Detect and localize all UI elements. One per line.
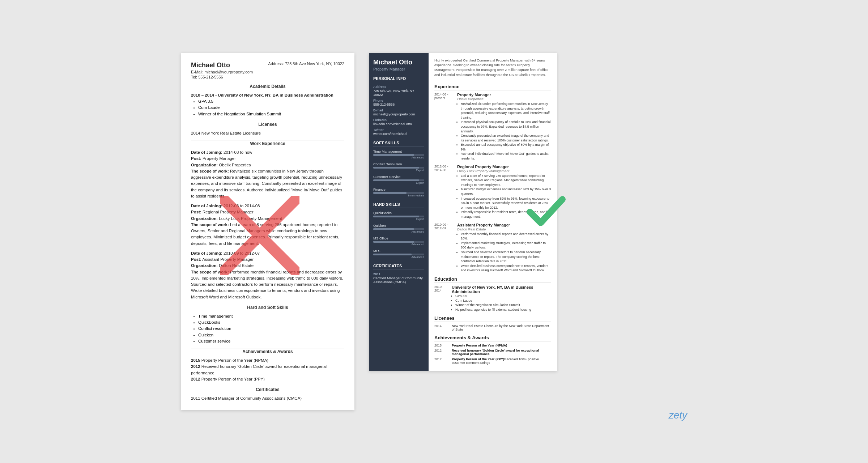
main-content: Highly extroverted Certified Commercial … [429,53,557,371]
work-post-3: Post: Assistant Property Manager [191,256,344,263]
skill-5: Customer service [198,338,344,344]
certificate-entry: 2011 Certified Manager of Community Asso… [191,395,344,402]
main-container: Address: 725 5th Ave New York, NY, 10022… [181,53,687,411]
left-tel: Tel: 555-212-5556 [191,75,344,79]
work-org-2: Organization: Lucky Luck Property Manage… [191,216,344,222]
hard-skill-2: Quicken Advanced [373,224,424,233]
edu-date-1: 2010 -2014 [434,285,449,312]
skill-3: Conflict resolution [198,326,344,332]
cert-year-r: 2011 [373,272,424,276]
achievements-section-title: Achievements & Awards [191,348,344,355]
hard-skill-4: MLS Advanced [373,249,424,259]
twitter-label-r: Twitter [373,128,424,132]
email-label-l: E-Mail: [191,70,203,74]
left-address: Address: 725 5th Ave New York, NY, 10022 [268,61,344,66]
personal-info-section: Personal Info [373,76,424,82]
right-name: Michael Otto [373,59,424,67]
work-scope-3: The scope of work: Performed monthly fin… [191,269,344,300]
achievement-3: 2012 Property Person of the Year (PPY) [191,376,344,382]
work-section-title: Work Experience [191,140,344,147]
award-2: 2012 Received honorary 'Golden Circle' a… [434,349,551,356]
experience-section-title: Experience [434,84,551,90]
soft-skill-3: Customer Service Expert [373,175,424,184]
tel-value-l: 555-212-5556 [198,75,223,79]
achievement-2: 2012 Received honorary 'Golden Circle' a… [191,364,344,376]
exp-entry-1: 2014-08 -present Property Manager Obelix… [434,93,551,161]
award-1: 2015 Property Person of the Year (NPMA) [434,344,551,347]
work-post-2: Post: Regional Property Manager [191,209,344,215]
address-label: Address: [268,61,284,66]
license-entry: 2014 New York Real Estate Licensure [191,130,344,136]
academic-cum-laude: Cum Laude [198,105,344,111]
zety-watermark: zety [669,409,687,421]
work-scope-2: The scope of work: Led a team of 8 servi… [191,222,344,247]
edu-entry-1: 2010 -2014 University of New York, NY, B… [434,285,551,312]
education-section-title: Education [434,276,551,283]
certificates-section-r: Certificates [373,264,424,269]
work-entry-3: Date of Joining: 2010-09 to 2012-07 Post… [191,250,344,300]
skills-section-title: Hard and Soft Skills [191,304,344,311]
soft-skills-section: Soft Skills [373,141,424,146]
address-value-r: 725 5th Ave, New York, NY 10022 [373,89,424,97]
academic-list: GPA 3.5 Cum Laude Winner of the Negotiat… [198,98,344,117]
email-label-r: E-mail [373,109,424,112]
academic-section-title: Academic Details [191,83,344,90]
work-scope-1: The scope of work: Revitalized six commu… [191,168,344,199]
exp-date-2: 2012-08 -2014-08 [434,165,454,219]
skill-1: Time management [198,313,344,319]
linkedin-label-r: LinkedIn [373,118,424,122]
left-email: E-Mail: michael@yourproperty.com [191,70,344,74]
right-title: Property Manager [373,67,424,71]
exp-date-3: 2010-09 -2012-07 [434,223,454,273]
work-entry-1: Date of Joining: 2014-08 to now Post: Pr… [191,149,344,199]
work-org-3: Organization: Dalton Real Estate [191,263,344,269]
phone-label-r: Phone [373,99,424,102]
address-label-r: Address [373,85,424,89]
hard-skills-section: Hard Skills [373,202,424,208]
edu-body-1: University of New York, NY, BA in Busine… [452,285,551,312]
licenses-section-title: Licenses [191,121,344,128]
resume-left: Address: 725 5th Ave New York, NY, 10022… [181,53,354,411]
work-date-1: Date of Joining: 2014-08 to now [191,149,344,156]
exp-body-1: Property Manager Obelix Properties Revit… [457,93,551,161]
exp-body-3: Assistant Property Manager Dalton Real E… [457,223,551,273]
skills-list: Time management QuickBooks Conflict reso… [198,313,344,344]
tel-label-l: Tel: [191,75,197,79]
work-org-1: Organization: Obelix Properties [191,162,344,168]
address-value: 725 5th Ave New York, NY, 10022 [285,61,344,66]
work-date-3: Date of Joining: 2010-09 to 2012-07 [191,250,344,256]
academic-winner: Winner of the Negotiation Simulation Sum… [198,111,344,117]
exp-entry-3: 2010-09 -2012-07 Assistant Property Mana… [434,223,551,273]
twitter-value-r: twitter.com/themichael [373,132,424,136]
exp-body-2: Regional Property Manager Lucky Luck Pro… [457,165,551,219]
soft-skill-4: Finance Intermediate [373,187,424,197]
academic-gpa: GPA 3.5 [198,98,344,105]
exp-date-1: 2014-08 -present [434,93,454,161]
work-date-2: Date of Joining: 2012-08 to 2014-08 [191,203,344,209]
achievement-1: 2015 Property Person of the Year (NPMA) [191,357,344,364]
academic-entry: 2010 – 2014 - University of New York, NY… [191,92,344,98]
hard-skill-1: QuickBooks Expert [373,211,424,221]
email-value-l: michael@yourproperty.com [204,70,253,74]
summary: Highly extroverted Certified Commercial … [434,58,551,80]
certificates-section-title: Certificates [191,386,344,393]
award-3: 2012 Property Person of the Year (PPY)Re… [434,357,551,365]
skill-4: Quicken [198,332,344,338]
hard-skill-3: MS Office Advanced [373,236,424,246]
work-post-1: Post: Property Manager [191,156,344,162]
resume-right: Michael Otto Property Manager Personal I… [369,53,557,371]
licenses-section-title-r: Licenses [434,315,551,322]
skill-2: QuickBooks [198,319,344,326]
achievements-section-title-r: Achievements & Awards [434,335,551,341]
phone-value-r: 555-212-5556 [373,102,424,106]
linkedin-value-r: linkedin.com/michael.otto [373,122,424,126]
soft-skill-1: Time Management Advanced [373,149,424,159]
exp-entry-2: 2012-08 -2014-08 Regional Property Manag… [434,165,551,219]
sidebar: Michael Otto Property Manager Personal I… [369,53,429,371]
soft-skill-2: Conflict Resolution Expert [373,162,424,172]
email-value-r: michael@yourproperty.com [373,112,424,116]
license-entry-r: 2014 New York Real Estate Licensure by t… [434,324,551,331]
work-entry-2: Date of Joining: 2012-08 to 2014-08 Post… [191,203,344,247]
cert-value-r: Certified Manager of Community Associati… [373,276,424,284]
